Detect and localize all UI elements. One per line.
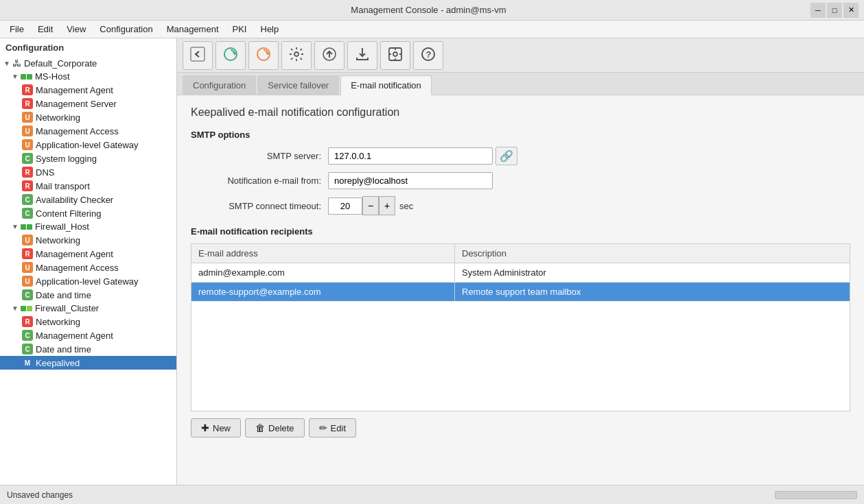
svg-rect-0 (191, 47, 205, 61)
dot-icon (21, 224, 26, 230)
table-cell-desc: System Administrator (455, 263, 850, 283)
delete-label: Delete (268, 423, 294, 433)
refresh-button[interactable] (215, 41, 246, 70)
sidebar-item-fw-management-access[interactable]: UManagement Access (0, 261, 176, 274)
badge-r: R (22, 180, 33, 191)
badge-u: U (22, 125, 33, 136)
dot-icon (27, 74, 32, 80)
sidebar-item-firewall-cluster[interactable]: ▼ Firewall_Cluster (0, 302, 176, 315)
edit-label: Edit (331, 423, 346, 433)
increment-button[interactable]: + (379, 196, 395, 215)
sidebar-item-label: Management Server (36, 99, 117, 109)
sidebar-item-management-access[interactable]: UManagement Access (0, 124, 176, 138)
badge-c: C (22, 194, 33, 205)
sidebar-item-app-gateway[interactable]: UApplication-level Gateway (0, 138, 176, 152)
sidebar-item-label: Management Agent (36, 249, 113, 259)
sidebar-item-fc-management-agent[interactable]: CManagement Agent (0, 328, 176, 342)
sidebar-item-management-server[interactable]: RManagement Server (0, 97, 176, 110)
delete-button[interactable]: 🗑 Delete (245, 418, 305, 437)
sidebar-item-keepalived[interactable]: MKeepalived (0, 356, 176, 370)
sidebar-item-fw-management-agent[interactable]: RManagement Agent (0, 247, 176, 261)
back-button[interactable] (183, 41, 213, 70)
decrement-button[interactable]: − (362, 196, 379, 215)
sidebar-item-label: Application-level Gateway (36, 140, 139, 150)
smtp-server-label: SMTP server: (191, 151, 328, 161)
help-button[interactable]: ? (413, 41, 443, 70)
sidebar-item-label: Keepalived (36, 358, 80, 368)
sidebar-item-networking[interactable]: UNetworking (0, 110, 176, 124)
maximize-button[interactable]: □ (827, 3, 842, 18)
menu-help[interactable]: Help (254, 22, 286, 36)
table-cell-email: admin@example.com (191, 263, 455, 283)
tab-service-failover[interactable]: Service failover (257, 75, 339, 95)
statusbar: Unsaved changes (0, 485, 864, 504)
notification-email-input[interactable] (328, 172, 493, 189)
table-row[interactable]: remote-support@example.com Remote suppor… (191, 283, 850, 302)
tab-email-notification[interactable]: E-mail notification (340, 75, 432, 95)
sidebar-item-label: Networking (36, 235, 80, 245)
sidebar-item-label: Networking (36, 317, 80, 327)
smtp-server-input-group: 🔗 (328, 147, 517, 165)
table-cell-email: remote-support@example.com (191, 283, 455, 302)
sidebar-item-management-agent[interactable]: RManagement Agent (0, 83, 176, 97)
minimize-button[interactable]: ─ (810, 3, 826, 18)
sidebar-item-fc-date-time[interactable]: CDate and time (0, 342, 176, 356)
trash-icon: 🗑 (255, 422, 265, 433)
menu-management[interactable]: Management (160, 22, 226, 36)
settings-button[interactable] (281, 41, 312, 70)
action-buttons: ✚ New 🗑 Delete ✏ Edit (191, 418, 850, 437)
sidebar-item-ms-host[interactable]: ▼ MS-Host (0, 70, 176, 83)
close-button[interactable]: ✕ (843, 3, 859, 18)
sidebar-item-mail-transport[interactable]: RMail transport (0, 179, 176, 193)
menu-edit[interactable]: Edit (31, 22, 60, 36)
titlebar-title: Management Console - admin@ms-vm (47, 5, 810, 15)
host-icon-group (21, 224, 32, 230)
download-icon (354, 46, 371, 64)
sidebar-item-dns[interactable]: RDNS (0, 165, 176, 179)
smtp-server-input[interactable] (328, 147, 493, 165)
table-row[interactable]: admin@example.com System Administrator (191, 263, 850, 283)
sidebar-item-system-logging[interactable]: CSystem logging (0, 152, 176, 165)
col-desc-header: Description (455, 244, 850, 263)
sidebar-item-fw-networking[interactable]: UNetworking (0, 233, 176, 247)
svg-point-7 (393, 52, 397, 56)
link-icon[interactable]: 🔗 (495, 147, 517, 165)
menu-pki[interactable]: PKI (226, 22, 254, 36)
folder-icon: 🖧 (12, 58, 21, 69)
sidebar-item-availability-checker[interactable]: CAvailability Checker (0, 193, 176, 206)
download-button[interactable] (347, 41, 377, 70)
smtp-timeout-input[interactable] (328, 197, 362, 215)
sidebar-item-fw-date-time[interactable]: CDate and time (0, 288, 176, 302)
badge-c: C (22, 289, 33, 300)
sidebar-item-firewall-host[interactable]: ▼ Firewall_Host (0, 220, 176, 233)
table-cell-desc: Remote support team mailbox (455, 283, 850, 302)
notification-email-label: Notification e-mail from: (191, 176, 328, 186)
sidebar-item-label: MS-Host (35, 71, 70, 82)
sidebar-item-fc-networking[interactable]: RNetworking (0, 315, 176, 328)
page-title: Keepalived e-mail notification configura… (191, 106, 850, 119)
edit-button[interactable]: ✏ Edit (309, 418, 356, 437)
sidebar-item-fw-app-gateway[interactable]: UApplication-level Gateway (0, 274, 176, 288)
table-header-row: E-mail address Description (191, 244, 850, 263)
sidebar-item-label: Management Agent (36, 85, 113, 95)
sidebar-item-content-filtering[interactable]: CContent Filtering (0, 206, 176, 220)
sidebar-item-default-corporate[interactable]: ▼ 🖧 Default_Corporate (0, 57, 176, 70)
new-button[interactable]: ✚ New (191, 418, 241, 437)
smtp-timeout-spinner: − + (328, 196, 395, 215)
forward-button[interactable] (248, 41, 279, 70)
edit-icon: ✏ (319, 422, 327, 433)
menu-file[interactable]: File (3, 22, 31, 36)
refresh-icon (222, 46, 239, 64)
menu-view[interactable]: View (60, 22, 93, 36)
sidebar-item-label: Application-level Gateway (36, 276, 139, 287)
menu-configuration[interactable]: Configuration (93, 22, 159, 36)
badge-c: C (22, 344, 33, 355)
dot-icon (27, 224, 32, 230)
menubar: File Edit View Configuration Management … (0, 21, 864, 38)
scrollbar-area[interactable] (775, 491, 857, 499)
page-content: Keepalived e-mail notification configura… (177, 95, 864, 485)
tab-configuration[interactable]: Configuration (183, 75, 256, 95)
config-button[interactable] (380, 41, 410, 70)
recipients-header: E-mail notification recipients (191, 226, 850, 237)
upload-button[interactable] (314, 41, 345, 70)
